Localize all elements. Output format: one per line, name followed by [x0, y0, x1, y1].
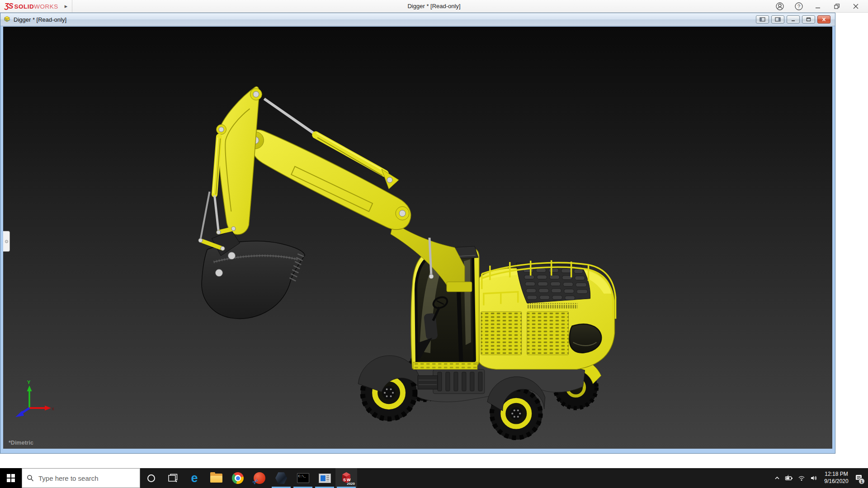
task-view-icon — [167, 473, 178, 483]
network-button[interactable] — [795, 468, 807, 488]
battery-icon — [785, 474, 793, 482]
document-window-controls — [756, 15, 835, 23]
start-button[interactable] — [0, 468, 22, 488]
video-cutter-icon: ✂ — [254, 472, 265, 484]
taskbar-solidworks-button[interactable]: SW 2020 — [335, 468, 357, 488]
taskbar-hexagon-app-button[interactable] — [270, 468, 292, 488]
bucket[interactable] — [198, 227, 305, 319]
app-title-bar: ƷS SOLID WORKS ▸ Digger * [Read-only] ? — [0, 0, 868, 13]
windows-logo-icon — [7, 474, 15, 482]
taskbar-command-prompt-button[interactable]: C:\_ — [292, 468, 314, 488]
account-icon[interactable] — [775, 1, 785, 11]
command-prompt-icon: C:\_ — [297, 473, 309, 483]
taskbar-window-app-button[interactable] — [314, 468, 335, 488]
minimize-icon[interactable] — [813, 1, 823, 11]
solidworks-logo: ƷS SOLID WORKS — [0, 2, 58, 10]
volume-button[interactable] — [807, 468, 820, 488]
dassault-glyph: ƷS — [5, 2, 13, 10]
search-icon — [27, 474, 34, 482]
divider — [72, 0, 72, 13]
feature-panel-collapsed-tab[interactable] — [3, 231, 10, 252]
file-explorer-icon — [210, 474, 222, 483]
app-window-title: Digger * [Read-only] — [0, 3, 868, 9]
taskbar-video-cutter-button[interactable]: ✂ — [249, 468, 270, 488]
help-icon[interactable]: ? — [794, 1, 804, 11]
tray-overflow-button[interactable] — [771, 468, 783, 488]
part-document-icon — [3, 15, 11, 24]
close-icon[interactable] — [851, 1, 861, 11]
restore-icon[interactable] — [832, 1, 842, 11]
notification-count-badge: 1 — [859, 478, 865, 484]
doc-maximize-button[interactable] — [802, 15, 815, 23]
show-right-pane-button[interactable] — [771, 15, 784, 23]
chevron-up-icon — [774, 474, 781, 482]
edge-icon: e — [191, 472, 198, 484]
taskbar-edge-button[interactable]: e — [184, 468, 205, 488]
svg-text:?: ? — [797, 4, 800, 9]
clock-date: 9/16/2020 — [820, 478, 853, 485]
document-window: Digger * [Read-only] — [0, 13, 835, 454]
window-app-icon — [319, 474, 331, 483]
brand-solid-text: SOLID — [14, 3, 34, 10]
clock-time: 12:18 PM — [820, 471, 853, 478]
chrome-icon — [232, 472, 244, 484]
wifi-icon — [797, 474, 806, 482]
cortana-icon — [147, 474, 155, 482]
y-axis-arrow — [27, 385, 32, 391]
brand-works-text: WORKS — [34, 3, 58, 10]
show-left-pane-button[interactable] — [756, 15, 769, 23]
taskbar-search[interactable] — [22, 468, 140, 488]
cortana-button[interactable] — [140, 468, 162, 488]
app-window-controls: ? — [775, 1, 868, 11]
bucket-cylinder — [201, 136, 221, 239]
boom-plate — [218, 87, 259, 235]
menu-expand-arrow-icon[interactable]: ▸ — [65, 3, 68, 9]
view-orientation-label: *Dimetric — [9, 440, 33, 446]
search-input[interactable] — [38, 474, 135, 482]
document-title: Digger * [Read-only] — [14, 16, 66, 23]
task-view-button[interactable] — [162, 468, 184, 488]
solidworks-year-label: 2020 — [347, 482, 355, 486]
3d-viewport[interactable]: Y x *Dimetric — [3, 27, 832, 449]
hexagon-app-icon — [275, 472, 287, 484]
upper-body[interactable] — [477, 260, 616, 369]
x-axis-arrow — [45, 406, 51, 411]
system-tray: 12:18 PM 9/16/2020 1 — [771, 468, 868, 488]
taskbar-file-explorer-button[interactable] — [205, 468, 227, 488]
orientation-triad[interactable]: Y x — [11, 379, 55, 422]
document-title-bar[interactable]: Digger * [Read-only] — [0, 13, 835, 26]
x-axis-label: x — [52, 406, 54, 411]
action-center-button[interactable]: 1 — [853, 468, 865, 488]
taskbar: e ✂ C:\_ SW 2020 — [0, 468, 868, 488]
scissors-icon: ✂ — [250, 476, 260, 487]
y-axis-label: Y — [27, 380, 31, 385]
doc-minimize-button[interactable] — [787, 15, 800, 23]
battery-button[interactable] — [783, 468, 795, 488]
taskbar-clock[interactable]: 12:18 PM 9/16/2020 — [820, 471, 853, 485]
panel-tab-dot-icon — [5, 240, 8, 243]
digger-model[interactable] — [3, 27, 832, 449]
speaker-icon — [810, 474, 818, 482]
desktop: ƷS SOLID WORKS ▸ Digger * [Read-only] ? — [0, 0, 868, 488]
comb-vent — [527, 303, 578, 309]
taskbar-chrome-button[interactable] — [227, 468, 249, 488]
doc-close-button[interactable] — [817, 15, 830, 23]
